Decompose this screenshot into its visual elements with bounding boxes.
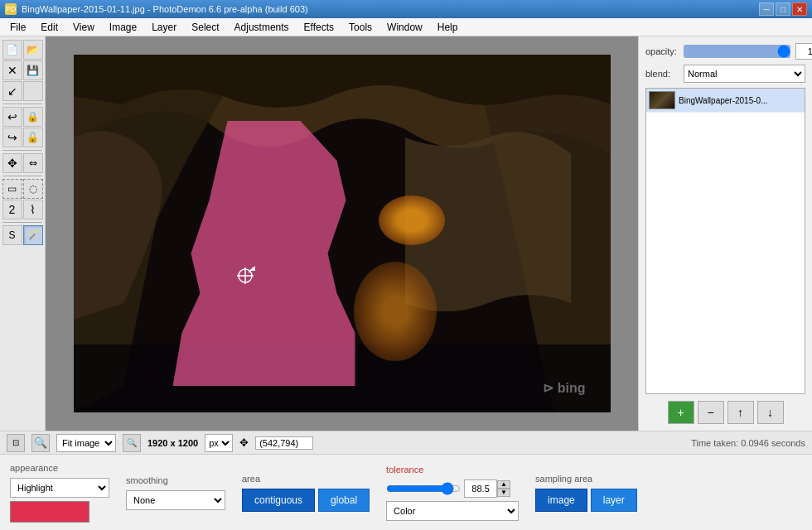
unit-select[interactable]: px % in — [205, 434, 233, 452]
menu-image[interactable]: Image — [103, 19, 143, 36]
menubar: File Edit View Image Layer Select Adjust… — [0, 18, 812, 36]
sampling-layer-button[interactable]: layer — [591, 489, 637, 512]
tool-lasso[interactable]: 2 — [2, 200, 22, 219]
tool-save[interactable]: 💾 — [23, 60, 43, 80]
sampling-label: sampling area — [535, 474, 651, 484]
orange-highlight-2 — [354, 262, 437, 361]
tolerance-label: tolerance — [386, 465, 519, 475]
layer-thumbnail — [649, 91, 675, 109]
zoom-percent-button[interactable]: 🔍 — [123, 434, 141, 452]
menu-edit[interactable]: Edit — [34, 19, 65, 36]
tool-unlock[interactable]: 🔓 — [23, 128, 43, 147]
tool-move[interactable]: ✥ — [2, 153, 22, 173]
menu-window[interactable]: Window — [380, 19, 429, 36]
tolerance-group: tolerance ▲ ▼ Color Luminance Composite — [386, 465, 519, 521]
menu-help[interactable]: Help — [431, 19, 465, 36]
tolerance-spin-up[interactable]: ▲ — [497, 480, 510, 489]
smoothing-label: smoothing — [126, 475, 225, 485]
appearance-group: appearance Highlight Marching ants Tint — [10, 463, 109, 523]
bing-watermark: ⊳ bing — [543, 380, 585, 396]
fit-mode-select[interactable]: Fit image — [56, 434, 116, 452]
orange-highlight-1 — [379, 195, 445, 245]
remove-layer-button[interactable]: − — [698, 401, 724, 424]
tolerance-slider[interactable] — [386, 483, 461, 494]
bottom-toolbar: appearance Highlight Marching ants Tint … — [0, 454, 812, 530]
area-label: area — [242, 474, 370, 484]
tool-transform[interactable]: ⇔ — [23, 153, 43, 173]
menu-view[interactable]: View — [66, 19, 101, 36]
tool-save-as[interactable]: ↙ — [2, 81, 22, 101]
smoothing-group: smoothing None Low High — [126, 475, 225, 510]
close-button[interactable]: ✕ — [792, 2, 807, 16]
tool-blank[interactable] — [23, 81, 43, 101]
menu-adjustments[interactable]: Adjustments — [228, 19, 296, 36]
titlebar: PD BingWallpaper-2015-01-11.jpg - PhotoD… — [0, 0, 812, 18]
zoom-in-button[interactable]: 🔍 — [31, 434, 50, 452]
area-group: area contiguous global — [242, 474, 370, 512]
window-title: BingWallpaper-2015-01-11.jpg - PhotoDemo… — [22, 4, 308, 14]
move-layer-up-button[interactable]: ↑ — [727, 401, 754, 424]
sampling-group: sampling area image layer — [535, 474, 651, 512]
sampling-image-button[interactable]: image — [535, 489, 587, 512]
tool-magic-wand[interactable]: 🪄 — [23, 225, 43, 245]
add-layer-button[interactable]: + — [668, 401, 694, 424]
tool-rect-select[interactable]: ▭ — [2, 179, 22, 199]
cursor-icon: ✥ — [239, 436, 249, 449]
area-global-button[interactable]: global — [318, 489, 370, 512]
cave-background: ⊳ bing — [74, 55, 611, 412]
tool-lock[interactable]: 🔒 — [23, 107, 43, 127]
main-layout: 📄 📂 ✕ 💾 ↙ ↩ 🔒 ↪ 🔓 ✥ ⇔ ▭ ◌ — [0, 36, 812, 431]
tolerance-value[interactable] — [464, 479, 497, 498]
fit-zoom-button[interactable]: ⊡ — [7, 434, 25, 452]
menu-file[interactable]: File — [3, 19, 32, 36]
minimize-button[interactable]: ─ — [759, 2, 774, 16]
area-contiguous-button[interactable]: contiguous — [242, 489, 315, 512]
app-icon: PD — [5, 3, 17, 15]
tool-close-file[interactable]: ✕ — [2, 60, 22, 80]
time-display: Time taken: 0.0946 seconds — [320, 438, 805, 448]
blend-label: blend: — [645, 69, 679, 79]
dimensions-display: 1920 x 1200 — [147, 438, 198, 448]
right-panel: opacity: ▲ ▼ blend: Normal Multiply Scre… — [638, 36, 812, 431]
tool-open[interactable]: 📂 — [23, 40, 43, 60]
tool-undo[interactable]: ↩ — [2, 107, 22, 127]
menu-effects[interactable]: Effects — [297, 19, 341, 36]
coordinates-display: (542,794) — [255, 436, 313, 450]
menu-layer[interactable]: Layer — [145, 19, 183, 36]
tool-paint[interactable]: S — [2, 225, 22, 245]
blend-mode-select[interactable]: Normal Multiply Screen Overlay — [684, 65, 805, 83]
smoothing-select[interactable]: None Low High — [126, 490, 225, 510]
appearance-label: appearance — [10, 463, 109, 473]
tolerance-spin-down[interactable]: ▼ — [497, 489, 510, 497]
opacity-value[interactable] — [795, 43, 812, 60]
move-layer-down-button[interactable]: ↓ — [757, 401, 784, 424]
tool-new[interactable]: 📄 — [2, 40, 22, 60]
canvas-area[interactable]: ⊳ bing — [46, 36, 638, 431]
opacity-slider[interactable] — [684, 45, 790, 58]
menu-select[interactable]: Select — [185, 19, 225, 36]
tool-ellipse-select[interactable]: ◌ — [23, 179, 43, 199]
statusbar: ⊡ 🔍 Fit image 🔍 1920 x 1200 px % in ✥ (5… — [0, 431, 812, 454]
layer-item[interactable]: BingWallpaper-2015-0... — [646, 89, 805, 113]
appearance-select[interactable]: Highlight Marching ants Tint — [10, 478, 109, 498]
maximize-button[interactable]: □ — [776, 2, 790, 16]
canvas[interactable]: ⊳ bing — [74, 55, 611, 412]
opacity-label: opacity: — [645, 46, 679, 56]
layer-name: BingWallpaper-2015-0... — [679, 96, 767, 105]
tool-poly-lasso[interactable]: ⌇ — [23, 200, 43, 219]
layers-list[interactable]: BingWallpaper-2015-0... — [645, 88, 805, 394]
left-toolbar: 📄 📂 ✕ 💾 ↙ ↩ 🔒 ↪ 🔓 ✥ ⇔ ▭ ◌ — [0, 36, 46, 431]
tolerance-type-select[interactable]: Color Luminance Composite — [386, 501, 519, 521]
menu-tools[interactable]: Tools — [342, 19, 379, 36]
layer-controls: + − ↑ ↓ — [645, 401, 805, 424]
highlight-color-preview[interactable] — [10, 501, 89, 523]
tool-redo[interactable]: ↪ — [2, 128, 22, 147]
